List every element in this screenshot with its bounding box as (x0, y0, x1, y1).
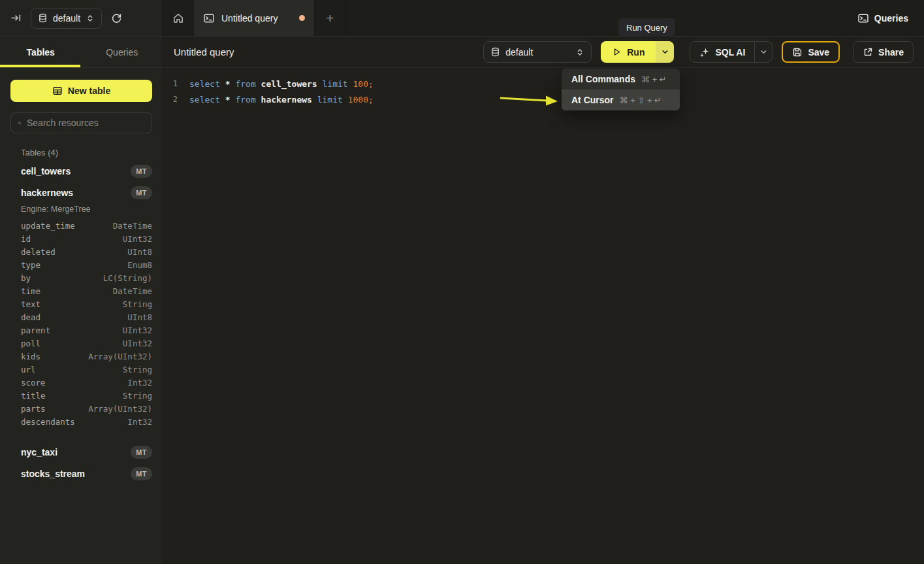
run-options-button[interactable] (656, 41, 674, 63)
column-row[interactable]: parentUInt32 (0, 323, 163, 337)
code-token: 1000 (348, 95, 368, 105)
sql-ai-options-button[interactable] (754, 42, 772, 62)
sidebar: Tables Queries New table Tables (4) cell… (0, 37, 163, 563)
query-database-selector[interactable]: default (483, 41, 592, 63)
column-name: deleted (21, 247, 56, 257)
tab-untitled-query[interactable]: Untitled query (194, 0, 315, 36)
column-row[interactable]: pollUInt32 (0, 337, 163, 350)
collapse-sidebar-button[interactable] (8, 10, 24, 26)
column-name: title (21, 391, 46, 401)
refresh-button[interactable] (108, 10, 125, 26)
table-icon (52, 86, 63, 96)
run-split-button: Run (601, 41, 674, 63)
spacer (0, 433, 163, 441)
column-name: by (21, 273, 31, 283)
column-row[interactable]: byLC(String) (0, 271, 163, 284)
refresh-icon (111, 12, 122, 24)
chevron-down-icon (661, 48, 669, 56)
sql-console-app: default Unti (0, 0, 924, 564)
table-name: cell_towers (21, 166, 71, 176)
column-type: String (123, 365, 152, 374)
topbar-database-selector[interactable]: default (31, 8, 102, 29)
menu-item-all-commands[interactable]: All Commands ⌘ + ↵ (562, 69, 680, 90)
share-button[interactable]: Share (853, 41, 914, 63)
column-type: DateTime (113, 221, 152, 231)
column-row[interactable]: deadUInt8 (0, 310, 163, 323)
sidebar-tab-queries[interactable]: Queries (82, 37, 163, 67)
home-icon (172, 12, 184, 24)
table-name: nyc_taxi (21, 447, 57, 457)
column-row[interactable]: kidsArray(UInt32) (0, 350, 163, 363)
topbar-right: Queries (857, 0, 924, 36)
column-row[interactable]: descendantsInt32 (0, 415, 163, 428)
console-icon (203, 12, 215, 24)
column-row[interactable]: titleString (0, 389, 163, 402)
new-tab-button[interactable]: + (315, 0, 346, 36)
tab-label: Untitled query (221, 13, 278, 24)
table-row-cell-towers[interactable]: cell_towers MT (0, 160, 163, 182)
toolbar-controls: default Run (483, 41, 914, 63)
body: Tables Queries New table Tables (4) cell… (0, 37, 924, 563)
sql-editor[interactable]: 1 select * from cell_towers limit 100; 2… (163, 68, 924, 563)
table-row-stocks-stream[interactable]: stocks_stream MT (0, 463, 163, 484)
column-row[interactable]: typeEnum8 (0, 258, 163, 271)
column-name: parts (21, 404, 46, 414)
sparkles-icon (699, 47, 710, 58)
menu-item-shortcut: ⌘ + ↵ (641, 75, 667, 84)
column-type: DateTime (113, 286, 152, 296)
column-row[interactable]: update_timeDateTime (0, 219, 163, 232)
code-token: limit (323, 79, 353, 89)
engine-badge: MT (131, 165, 152, 178)
code-token: cell_towers (261, 79, 323, 89)
topbar-database-value: default (53, 13, 80, 24)
unsaved-changes-dot (299, 15, 305, 21)
menu-item-label: All Commands (571, 74, 635, 84)
run-options-menu: All Commands ⌘ + ↵ At Cursor ⌘ + ⇧ + ↵ (562, 69, 680, 110)
table-name: stocks_stream (21, 469, 85, 479)
column-row[interactable]: timeDateTime (0, 284, 163, 297)
code-token: limit (317, 95, 348, 105)
engine-badge: MT (131, 446, 152, 459)
column-name: dead (21, 312, 40, 322)
search-input[interactable] (27, 118, 145, 128)
database-icon (38, 13, 48, 23)
play-icon (612, 47, 622, 57)
queries-button[interactable]: Queries (857, 12, 908, 24)
save-button[interactable]: Save (782, 41, 840, 63)
column-type: UInt32 (123, 234, 152, 244)
share-button-label: Share (878, 47, 904, 58)
column-row[interactable]: deletedUInt8 (0, 245, 163, 258)
code-token: select (189, 79, 225, 89)
table-row-nyc-taxi[interactable]: nyc_taxi MT (0, 441, 163, 463)
menu-item-at-cursor[interactable]: At Cursor ⌘ + ⇧ + ↵ (562, 90, 680, 110)
code-line-1: 1 select * from cell_towers limit 100; (163, 76, 924, 91)
column-row[interactable]: partsArray(UInt32) (0, 402, 163, 415)
column-name: parent (21, 325, 50, 335)
sidebar-tab-tables[interactable]: Tables (0, 37, 82, 67)
engine-badge: MT (131, 186, 152, 199)
column-name: id (21, 234, 31, 244)
search-icon (18, 118, 22, 128)
tab-strip: Untitled query + (163, 0, 346, 36)
table-row-hackernews[interactable]: hackernews MT (0, 182, 163, 203)
search-box (10, 112, 152, 133)
column-name: update_time (21, 221, 75, 231)
sidebar-header: default (0, 0, 163, 36)
sql-ai-split-button: SQL AI (690, 41, 773, 63)
column-row[interactable]: idUInt32 (0, 232, 163, 245)
code-token: ; (368, 79, 374, 89)
new-table-button[interactable]: New table (10, 80, 152, 102)
external-link-icon (863, 47, 873, 58)
updown-selector-icon (575, 48, 584, 57)
save-icon (792, 47, 803, 58)
sql-ai-button[interactable]: SQL AI (690, 42, 754, 62)
column-type: LC(String) (103, 273, 152, 283)
run-button[interactable]: Run (601, 41, 656, 63)
column-type: String (123, 391, 152, 401)
column-row[interactable]: urlString (0, 363, 163, 376)
column-row[interactable]: textString (0, 297, 163, 310)
column-row[interactable]: scoreInt32 (0, 376, 163, 389)
home-tab-button[interactable] (163, 0, 194, 36)
column-type: UInt8 (127, 312, 152, 322)
column-type: UInt32 (123, 339, 152, 348)
